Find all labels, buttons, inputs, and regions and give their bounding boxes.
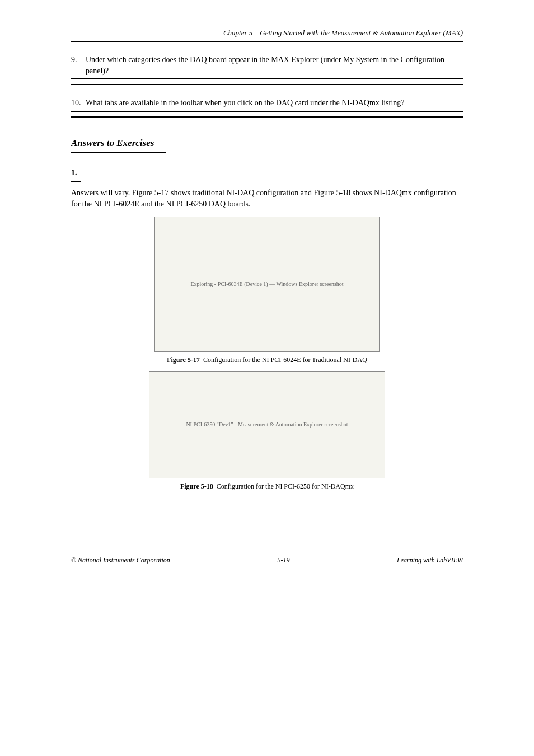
question-number: 10. [71, 97, 86, 109]
answer-1: 1. [71, 167, 463, 179]
figure-5-18: NI PCI-6250 "Dev1" - Measurement & Autom… [71, 371, 463, 491]
page-header: Chapter 5 Getting Started with the Measu… [71, 28, 463, 38]
footer-left: © National Instruments Corporation [71, 556, 170, 565]
answer-underline [71, 181, 81, 182]
question-10: 10. What tabs are available in the toolb… [71, 97, 463, 109]
answer-rule [71, 111, 463, 112]
footer-center: 5-19 [277, 556, 289, 565]
figure-caption: Figure 5-18 Configuration for the NI PCI… [71, 482, 463, 491]
figure-label: Figure 5-18 [180, 482, 213, 490]
question-9: 9. Under which categories does the DAQ b… [71, 54, 463, 76]
question-text: What tabs are available in the toolbar w… [86, 97, 463, 109]
figure-label: Figure 5-17 [167, 356, 200, 364]
figure-caption-text: Configuration for the NI PCI-6024E for T… [203, 356, 367, 364]
answer-text: Answers will vary. Figure 5-17 shows tra… [71, 187, 463, 209]
answer-rule [71, 116, 463, 118]
question-number: 9. [71, 54, 86, 76]
figure-5-17: Exploring - PCI-6034E (Device 1) — Windo… [71, 217, 463, 365]
header-chapter: Chapter 5 [223, 29, 252, 37]
footer-right: Learning with LabVIEW [397, 556, 463, 565]
footer-rule [71, 553, 463, 553]
answer-rule [71, 84, 463, 85]
screenshot-image: NI PCI-6250 "Dev1" - Measurement & Autom… [149, 371, 385, 478]
screenshot-image: Exploring - PCI-6034E (Device 1) — Windo… [154, 217, 380, 352]
page-footer: © National Instruments Corporation 5-19 … [71, 553, 463, 565]
heading-underline [71, 152, 166, 153]
figure-caption-text: Configuration for the NI PCI-6250 for NI… [217, 482, 354, 490]
figure-caption: Figure 5-17 Configuration for the NI PCI… [71, 355, 463, 365]
answer-rule [71, 78, 463, 79]
header-title: Getting Started with the Measurement & A… [260, 29, 463, 37]
header-rule [71, 41, 463, 42]
question-text: Under which categories does the DAQ boar… [86, 54, 463, 76]
answer-number: 1. [71, 168, 77, 177]
section-heading: Answers to Exercises [71, 137, 463, 150]
